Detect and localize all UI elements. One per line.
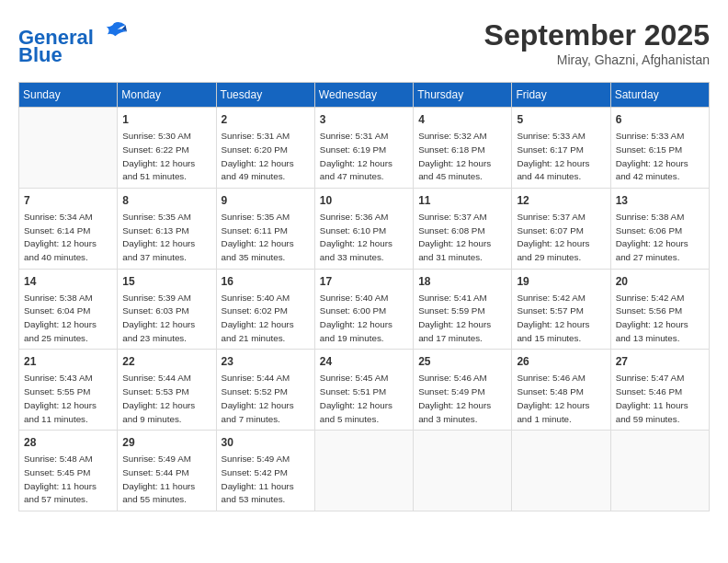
day-number: 16 [222, 273, 310, 290]
day-info: Sunrise: 5:36 AM Sunset: 6:10 PM Dayligh… [320, 211, 408, 265]
day-info: Sunrise: 5:38 AM Sunset: 6:04 PM Dayligh… [24, 292, 112, 346]
calendar-cell: 7Sunrise: 5:34 AM Sunset: 6:14 PM Daylig… [19, 188, 118, 269]
day-info: Sunrise: 5:48 AM Sunset: 5:45 PM Dayligh… [24, 453, 112, 507]
calendar-cell: 16Sunrise: 5:40 AM Sunset: 6:02 PM Dayli… [216, 269, 314, 350]
day-number: 28 [24, 434, 112, 451]
day-number: 18 [418, 273, 506, 290]
day-number: 1 [122, 111, 210, 128]
calendar-cell: 20Sunrise: 5:42 AM Sunset: 5:56 PM Dayli… [610, 269, 709, 350]
column-header-wednesday: Wednesday [314, 83, 413, 108]
day-number: 15 [122, 273, 210, 290]
day-number: 14 [24, 273, 112, 290]
day-number: 4 [418, 111, 506, 128]
column-header-saturday: Saturday [610, 83, 709, 108]
day-info: Sunrise: 5:35 AM Sunset: 6:13 PM Dayligh… [122, 211, 210, 265]
calendar-cell [314, 431, 413, 511]
day-info: Sunrise: 5:31 AM Sunset: 6:20 PM Dayligh… [222, 130, 310, 184]
day-info: Sunrise: 5:46 AM Sunset: 5:48 PM Dayligh… [517, 372, 605, 426]
day-number: 5 [517, 111, 605, 128]
calendar-cell: 25Sunrise: 5:46 AM Sunset: 5:49 PM Dayli… [414, 350, 512, 431]
day-number: 12 [517, 192, 605, 209]
week-row-3: 14Sunrise: 5:38 AM Sunset: 6:04 PM Dayli… [19, 269, 710, 350]
day-info: Sunrise: 5:31 AM Sunset: 6:19 PM Dayligh… [320, 130, 408, 184]
column-header-sunday: Sunday [19, 83, 118, 108]
calendar-cell: 10Sunrise: 5:36 AM Sunset: 6:10 PM Dayli… [314, 188, 413, 269]
week-row-4: 21Sunrise: 5:43 AM Sunset: 5:55 PM Dayli… [19, 350, 710, 431]
day-info: Sunrise: 5:46 AM Sunset: 5:49 PM Dayligh… [418, 372, 506, 426]
day-number: 23 [222, 353, 310, 370]
column-header-tuesday: Tuesday [216, 83, 314, 108]
calendar-cell: 26Sunrise: 5:46 AM Sunset: 5:48 PM Dayli… [512, 350, 610, 431]
day-info: Sunrise: 5:37 AM Sunset: 6:07 PM Dayligh… [517, 211, 605, 265]
calendar-cell: 28Sunrise: 5:48 AM Sunset: 5:45 PM Dayli… [19, 431, 118, 511]
day-info: Sunrise: 5:49 AM Sunset: 5:42 PM Dayligh… [222, 453, 310, 507]
day-number: 29 [122, 434, 210, 451]
day-info: Sunrise: 5:42 AM Sunset: 5:57 PM Dayligh… [517, 292, 605, 346]
day-info: Sunrise: 5:38 AM Sunset: 6:06 PM Dayligh… [616, 211, 704, 265]
day-number: 20 [616, 273, 704, 290]
calendar-cell [19, 108, 118, 189]
month-title: September 2025 [484, 18, 710, 52]
calendar-cell: 17Sunrise: 5:40 AM Sunset: 6:00 PM Dayli… [314, 269, 413, 350]
day-info: Sunrise: 5:40 AM Sunset: 6:02 PM Dayligh… [222, 292, 310, 346]
column-header-friday: Friday [512, 83, 610, 108]
calendar-cell: 19Sunrise: 5:42 AM Sunset: 5:57 PM Dayli… [512, 269, 610, 350]
calendar-cell: 18Sunrise: 5:41 AM Sunset: 5:59 PM Dayli… [414, 269, 512, 350]
day-info: Sunrise: 5:49 AM Sunset: 5:44 PM Dayligh… [122, 453, 210, 507]
calendar-cell [512, 431, 610, 511]
day-info: Sunrise: 5:42 AM Sunset: 5:56 PM Dayligh… [616, 292, 704, 346]
week-row-5: 28Sunrise: 5:48 AM Sunset: 5:45 PM Dayli… [19, 431, 710, 511]
week-row-1: 1Sunrise: 5:30 AM Sunset: 6:22 PM Daylig… [19, 108, 710, 189]
week-row-2: 7Sunrise: 5:34 AM Sunset: 6:14 PM Daylig… [19, 188, 710, 269]
calendar-header-row: SundayMondayTuesdayWednesdayThursdayFrid… [19, 83, 710, 108]
title-block: September 2025 Miray, Ghazni, Afghanista… [484, 18, 710, 67]
column-header-thursday: Thursday [414, 83, 512, 108]
calendar-cell: 15Sunrise: 5:39 AM Sunset: 6:03 PM Dayli… [118, 269, 216, 350]
column-header-monday: Monday [118, 83, 216, 108]
calendar-cell [610, 431, 709, 511]
calendar-table: SundayMondayTuesdayWednesdayThursdayFrid… [18, 82, 710, 511]
day-info: Sunrise: 5:40 AM Sunset: 6:00 PM Dayligh… [320, 292, 408, 346]
calendar-cell: 13Sunrise: 5:38 AM Sunset: 6:06 PM Dayli… [610, 188, 709, 269]
day-number: 10 [320, 192, 408, 209]
day-number: 30 [222, 434, 310, 451]
location: Miray, Ghazni, Afghanistan [484, 52, 710, 67]
calendar-cell: 2Sunrise: 5:31 AM Sunset: 6:20 PM Daylig… [216, 108, 314, 189]
day-number: 6 [616, 111, 704, 128]
day-info: Sunrise: 5:39 AM Sunset: 6:03 PM Dayligh… [122, 292, 210, 346]
calendar-cell: 12Sunrise: 5:37 AM Sunset: 6:07 PM Dayli… [512, 188, 610, 269]
day-number: 22 [122, 353, 210, 370]
calendar-cell: 29Sunrise: 5:49 AM Sunset: 5:44 PM Dayli… [118, 431, 216, 511]
day-info: Sunrise: 5:44 AM Sunset: 5:53 PM Dayligh… [122, 372, 210, 426]
day-info: Sunrise: 5:30 AM Sunset: 6:22 PM Dayligh… [122, 130, 210, 184]
calendar-cell: 4Sunrise: 5:32 AM Sunset: 6:18 PM Daylig… [414, 108, 512, 189]
day-number: 11 [418, 192, 506, 209]
calendar-cell: 24Sunrise: 5:45 AM Sunset: 5:51 PM Dayli… [314, 350, 413, 431]
calendar-cell: 30Sunrise: 5:49 AM Sunset: 5:42 PM Dayli… [216, 431, 314, 511]
day-number: 27 [616, 353, 704, 370]
logo-bird-icon [101, 18, 127, 44]
day-number: 19 [517, 273, 605, 290]
day-number: 3 [320, 111, 408, 128]
day-info: Sunrise: 5:41 AM Sunset: 5:59 PM Dayligh… [418, 292, 506, 346]
day-number: 9 [222, 192, 310, 209]
calendar-cell: 22Sunrise: 5:44 AM Sunset: 5:53 PM Dayli… [118, 350, 216, 431]
calendar-cell: 8Sunrise: 5:35 AM Sunset: 6:13 PM Daylig… [118, 188, 216, 269]
day-info: Sunrise: 5:43 AM Sunset: 5:55 PM Dayligh… [24, 372, 112, 426]
logo: General Blue [18, 18, 127, 67]
calendar-cell: 21Sunrise: 5:43 AM Sunset: 5:55 PM Dayli… [19, 350, 118, 431]
day-number: 13 [616, 192, 704, 209]
day-info: Sunrise: 5:45 AM Sunset: 5:51 PM Dayligh… [320, 372, 408, 426]
calendar-cell: 5Sunrise: 5:33 AM Sunset: 6:17 PM Daylig… [512, 108, 610, 189]
calendar-cell: 9Sunrise: 5:35 AM Sunset: 6:11 PM Daylig… [216, 188, 314, 269]
day-info: Sunrise: 5:33 AM Sunset: 6:17 PM Dayligh… [517, 130, 605, 184]
calendar-cell: 6Sunrise: 5:33 AM Sunset: 6:15 PM Daylig… [610, 108, 709, 189]
day-number: 21 [24, 353, 112, 370]
day-number: 17 [320, 273, 408, 290]
day-number: 7 [24, 192, 112, 209]
day-number: 25 [418, 353, 506, 370]
day-number: 24 [320, 353, 408, 370]
calendar-cell: 1Sunrise: 5:30 AM Sunset: 6:22 PM Daylig… [118, 108, 216, 189]
day-info: Sunrise: 5:37 AM Sunset: 6:08 PM Dayligh… [418, 211, 506, 265]
calendar-cell: 14Sunrise: 5:38 AM Sunset: 6:04 PM Dayli… [19, 269, 118, 350]
